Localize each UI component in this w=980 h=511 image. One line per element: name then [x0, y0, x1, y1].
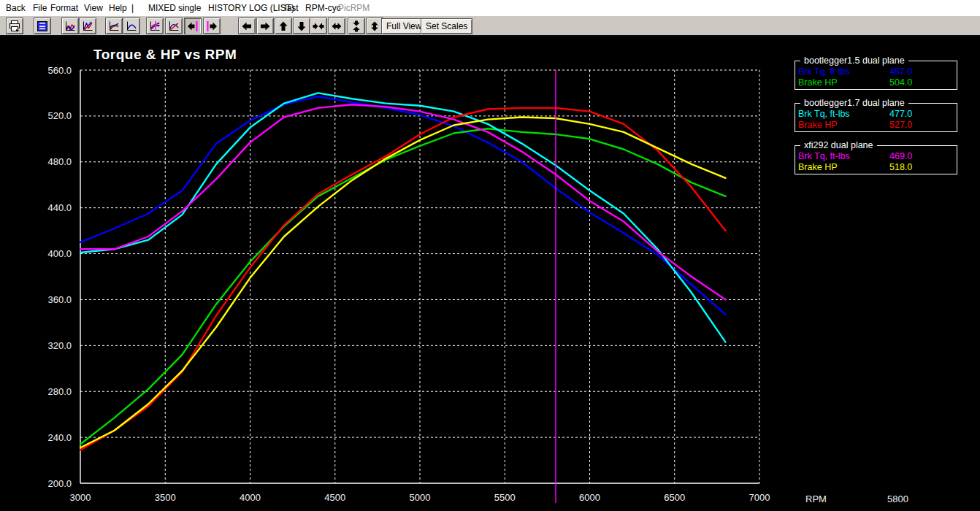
- expand-x-icon: [330, 20, 343, 33]
- legend-box-bootlegger17: bootlegger1.7 dual plane Brk Tq, ft-lbs …: [795, 103, 957, 132]
- legend-series-label: Brake HP: [798, 77, 838, 88]
- legend-row: Brk Tq, ft-lbs 469.0: [798, 151, 954, 162]
- cursor-step-right-icon: [205, 20, 218, 33]
- menu-item-format[interactable]: Format: [50, 0, 78, 16]
- chart-compare-button[interactable]: [165, 18, 183, 34]
- pan-up-icon: [277, 20, 290, 33]
- legend-series-label: Brake HP: [798, 120, 838, 130]
- pan-down-button[interactable]: [293, 18, 310, 34]
- legend-row: Brake HP 527.0: [798, 120, 954, 131]
- x-tick-label: 3500: [155, 492, 176, 503]
- menu-item-rpm-cyc[interactable]: RPM-cyc: [305, 0, 341, 16]
- x-tick-label: 5000: [410, 492, 431, 503]
- legend-box-bootlegger15: bootlegger1.5 dual plane Brk Tq, ft-lbs …: [795, 61, 957, 90]
- menu-item-history-log[interactable]: HISTORY LOG (LIST): [208, 0, 294, 16]
- legend-box-xfi292: xfi292 dual plane Brk Tq, ft-lbs 469.0 B…: [795, 145, 957, 174]
- legend-series-label: Brake HP: [798, 162, 838, 172]
- compress-y-icon: [350, 20, 363, 33]
- print-button[interactable]: [6, 18, 23, 34]
- x-tick-label: 4000: [240, 492, 261, 503]
- pan-down-icon: [295, 20, 308, 33]
- print-icon: [8, 20, 21, 33]
- cursor-step-left-icon: [186, 20, 199, 33]
- y-tick-label: 240.0: [47, 432, 72, 443]
- y-tick-label: 520.0: [47, 110, 72, 121]
- menu-item-picrpm: PicRPM: [338, 0, 370, 16]
- chart-multi-curves-button[interactable]: [105, 18, 123, 34]
- plot-area[interactable]: [80, 70, 759, 483]
- legend-row: Brake HP 504.0: [798, 77, 954, 88]
- legend-series-label: Brk Tq, ft-lbs: [798, 66, 850, 77]
- x-axis-label: RPM: [805, 493, 827, 504]
- menu-item-single[interactable]: single: [178, 0, 201, 16]
- menu-item-last[interactable]: last: [285, 0, 299, 16]
- chart-single-curve-icon: [125, 20, 138, 33]
- legend-box-title: bootlegger1.7 dual plane: [800, 98, 908, 108]
- chart-two-peaks-button[interactable]: [61, 18, 79, 34]
- menu-item-back[interactable]: Back: [6, 0, 26, 16]
- cursor-step-left-button[interactable]: [184, 18, 202, 34]
- x-tick-label: 6500: [664, 492, 685, 503]
- cursor-step-right-button[interactable]: [203, 18, 221, 34]
- menu-item-mixed[interactable]: MIXED: [148, 0, 176, 16]
- pan-right-button[interactable]: [256, 18, 274, 34]
- chart-single-curve-button[interactable]: [123, 18, 140, 34]
- legend-series-value: 518.0: [889, 162, 912, 172]
- pan-left-icon: [240, 20, 253, 33]
- chart-title: Torque & HP vs RPM: [93, 47, 237, 63]
- cursor-rpm-readout: 5800: [887, 493, 908, 504]
- x-tick-label: 3000: [70, 492, 91, 503]
- chart-rising-peaks-icon: [81, 20, 94, 33]
- y-tick-label: 200.0: [47, 478, 72, 489]
- legend-series-value: 477.0: [889, 109, 912, 119]
- legend-box-title: xfi292 dual plane: [800, 140, 877, 150]
- legend-box-title: bootlegger1.5 dual plane: [800, 55, 908, 66]
- x-tick-label: 5500: [494, 492, 516, 503]
- toolbar: Full ViewSet Scales: [0, 16, 980, 36]
- legend-row: Brk Tq, ft-lbs 477.0: [798, 109, 954, 120]
- chart-cursor-icon: [148, 20, 161, 33]
- chart-multi-curves-icon: [107, 20, 120, 33]
- x-tick-label: 7000: [749, 492, 770, 503]
- y-tick-label: 560.0: [47, 65, 72, 76]
- legend-series-value: 469.0: [889, 151, 912, 161]
- y-tick-label: 360.0: [47, 294, 72, 305]
- chart-compare-icon: [167, 20, 180, 33]
- compress-x-button[interactable]: [310, 18, 327, 34]
- expand-x-button[interactable]: [328, 18, 345, 34]
- menu-item-view[interactable]: View: [84, 0, 103, 16]
- y-tick-label: 400.0: [47, 248, 72, 259]
- legend-series-value: 527.0: [889, 120, 912, 130]
- legend-row: Brake HP 518.0: [798, 162, 954, 173]
- menu-bar: BackFileFormatViewHelp|MIXEDsingleHISTOR…: [0, 0, 980, 16]
- menu-item-help[interactable]: Help: [109, 0, 127, 16]
- chart-rising-peaks-button[interactable]: [79, 18, 96, 34]
- expand-y-icon: [368, 20, 381, 33]
- save-button[interactable]: [34, 18, 51, 34]
- y-tick-label: 480.0: [47, 156, 72, 167]
- save-icon: [36, 20, 49, 33]
- legend-row: Brk Tq, ft-lbs 457.0: [798, 66, 954, 77]
- y-tick-label: 320.0: [47, 340, 72, 351]
- menu-item-file[interactable]: File: [33, 0, 47, 16]
- y-tick-label: 280.0: [47, 386, 72, 397]
- compress-y-button[interactable]: [348, 18, 365, 34]
- pan-up-button[interactable]: [275, 18, 292, 34]
- legend-series-label: Brk Tq, ft-lbs: [798, 109, 850, 119]
- chart-two-peaks-icon: [64, 20, 77, 33]
- chart-cursor-button[interactable]: [146, 18, 164, 34]
- pan-left-button[interactable]: [238, 18, 256, 34]
- menu-separator: |: [131, 0, 134, 16]
- legend-series-value: 504.0: [889, 77, 912, 88]
- x-tick-label: 4500: [324, 492, 345, 503]
- legend-series-value: 457.0: [889, 66, 912, 77]
- x-tick-label: 6000: [579, 492, 600, 503]
- y-tick-label: 440.0: [47, 202, 72, 213]
- legend-series-label: Brk Tq, ft-lbs: [798, 151, 850, 161]
- set-scales-button[interactable]: Set Scales: [421, 18, 472, 34]
- compress-x-icon: [312, 20, 325, 33]
- pan-right-icon: [259, 20, 272, 33]
